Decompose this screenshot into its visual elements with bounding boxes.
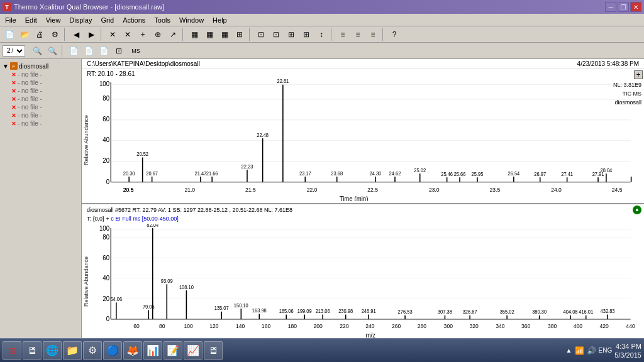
sidebar-file-5[interactable]: ✕ - no file - (11, 103, 79, 111)
print-btn[interactable]: 🖨 (33, 28, 47, 41)
sidebar-file-4[interactable]: ✕ - no file - (11, 95, 79, 103)
menu-bar: File Edit View Display Grid Actions Tool… (0, 14, 644, 26)
menu-display[interactable]: Display (65, 15, 96, 25)
menu-actions[interactable]: Actions (119, 15, 149, 25)
btn12[interactable]: ▦ (218, 28, 231, 41)
taskbar-app-9[interactable]: 📈 (184, 341, 203, 360)
menu-edit[interactable]: Edit (21, 15, 41, 25)
svg-text:150.10: 150.10 (234, 302, 248, 309)
zoom-select[interactable]: 2.0 1.0 0.5 (3, 45, 25, 57)
back-btn[interactable]: ◀ (69, 28, 83, 41)
chart2-status-icon: ● (633, 206, 641, 214)
btn10[interactable]: ▦ (187, 28, 201, 41)
taskbar-app-3[interactable]: 📁 (63, 341, 82, 360)
sidebar-file-3[interactable]: ✕ - no file - (11, 87, 79, 95)
sidebar-file-6[interactable]: ✕ - no file - (11, 111, 79, 119)
taskbar-app-4[interactable]: ⚙ (83, 341, 102, 360)
taskbar-right: ▲ 📶 🔊 ENG 4:34 PM 5/3/2015 (566, 342, 641, 359)
svg-text:22.0: 22.0 (307, 187, 318, 194)
new-btn[interactable]: 📄 (3, 28, 16, 41)
svg-text:23.5: 23.5 (489, 187, 500, 194)
svg-text:340: 340 (496, 323, 504, 330)
systray-volume[interactable]: 🔊 (587, 346, 596, 355)
svg-text:213.06: 213.06 (316, 309, 330, 315)
taskbar-clock[interactable]: 4:34 PM 5/3/2015 (614, 342, 641, 359)
no-file-label-6: - no file - (18, 112, 42, 119)
tb2-btn3[interactable]: 📄 (97, 45, 111, 57)
taskbar-app-10[interactable]: 🖥 (204, 341, 223, 360)
x-icon-6: ✕ (11, 112, 16, 119)
no-file-label-4: - no file - (18, 96, 42, 102)
btn16[interactable]: ⊞ (284, 28, 298, 41)
start-btn[interactable]: ⊞ (3, 341, 21, 360)
taskbar-app-8[interactable]: 📝 (164, 341, 182, 360)
expand-icon[interactable]: ▼ (3, 63, 9, 70)
svg-text:20.52: 20.52 (136, 151, 148, 158)
chart-file-header: C:\Users\KATEPINA\Desktop\diosmosall 4/2… (82, 59, 644, 69)
tree-root[interactable]: ▼ F diosmosall (3, 62, 79, 70)
btn5[interactable]: ✕ (106, 28, 119, 41)
sidebar-file-2[interactable]: ✕ - no file - (11, 79, 79, 87)
svg-text:m/z: m/z (366, 331, 376, 338)
menu-view[interactable]: View (42, 15, 65, 25)
sidebar-file-7[interactable]: ✕ - no file - (11, 119, 79, 128)
menu-tools[interactable]: Tools (150, 15, 174, 25)
taskbar-app-1[interactable]: 🖥 (23, 341, 42, 360)
btn9[interactable]: ↗ (166, 28, 180, 41)
root-label: diosmosall (19, 63, 48, 70)
zoom-in-btn[interactable]: 🔍 (30, 45, 44, 57)
btn18[interactable]: ↕ (314, 28, 328, 41)
no-file-label-3: - no file - (18, 87, 42, 94)
svg-text:24.62: 24.62 (389, 170, 401, 177)
btn13[interactable]: ⊞ (233, 28, 247, 41)
taskbar-app-5[interactable]: 🔵 (103, 341, 122, 360)
menu-window[interactable]: Window (175, 15, 208, 25)
btn22[interactable]: ? (387, 28, 401, 41)
tb2-btn2[interactable]: 📄 (82, 45, 96, 57)
btn4[interactable]: ⚙ (48, 28, 62, 41)
restore-button[interactable]: ❐ (618, 2, 629, 12)
tb2-btn5[interactable]: MS (127, 45, 145, 57)
btn6[interactable]: ✕ (121, 28, 135, 41)
btn7[interactable]: + (136, 28, 150, 41)
btn14[interactable]: ⊡ (254, 28, 268, 41)
btn19[interactable]: ≡ (336, 28, 350, 41)
svg-text:82.04: 82.04 (147, 224, 158, 228)
root-file-icon: F (10, 62, 18, 70)
tb2-btn1[interactable]: 📄 (67, 45, 80, 57)
svg-text:20: 20 (103, 157, 109, 165)
svg-text:20.5: 20.5 (123, 187, 134, 194)
menu-file[interactable]: File (1, 15, 20, 25)
window-controls: ─ ❐ ✕ (605, 2, 641, 12)
svg-text:25.02: 25.02 (414, 167, 426, 173)
taskbar-app-2[interactable]: 🌐 (43, 341, 62, 360)
btn15[interactable]: ⊡ (269, 28, 283, 41)
close-button[interactable]: ✕ (630, 2, 641, 12)
taskbar-app-6[interactable]: 🦊 (123, 341, 142, 360)
svg-text:54.06: 54.06 (110, 296, 122, 302)
btn17[interactable]: ⊞ (299, 28, 313, 41)
minimize-button[interactable]: ─ (605, 2, 616, 12)
svg-text:326.67: 326.67 (463, 309, 477, 315)
systray-language[interactable]: ENG (599, 347, 613, 354)
sidebar-file-1[interactable]: ✕ - no file - (11, 70, 79, 79)
svg-text:40: 40 (103, 275, 109, 282)
open-btn[interactable]: 📂 (18, 28, 31, 41)
taskbar: ⊞ 🖥 🌐 📁 ⚙ 🔵 🦊 📊 📝 📈 🖥 ▲ 📶 🔊 ENG 4:34 PM … (0, 338, 644, 362)
tb2-btn4[interactable]: ⊡ (112, 45, 126, 57)
fwd-btn[interactable]: ▶ (84, 28, 98, 41)
systray-arrow[interactable]: ▲ (566, 347, 572, 354)
taskbar-app-7[interactable]: 📊 (143, 341, 162, 360)
menu-help[interactable]: Help (209, 15, 231, 25)
btn11[interactable]: ▦ (203, 28, 216, 41)
btn20[interactable]: ≡ (351, 28, 365, 41)
svg-text:25.66: 25.66 (454, 171, 466, 177)
chart2-header-line2: T: {0,0} + c EI Full ms [50.00-450.00] (87, 214, 639, 223)
svg-text:25.46: 25.46 (441, 171, 453, 177)
file-timestamp: 4/23/2013 5:48:38 PM (577, 60, 639, 67)
btn8[interactable]: ⊕ (151, 28, 165, 41)
menu-grid[interactable]: Grid (97, 15, 118, 25)
chart1-expand-btn[interactable]: + (634, 70, 643, 79)
btn21[interactable]: ≡ (366, 28, 380, 41)
zoom-out-btn[interactable]: 🔍 (45, 45, 59, 57)
